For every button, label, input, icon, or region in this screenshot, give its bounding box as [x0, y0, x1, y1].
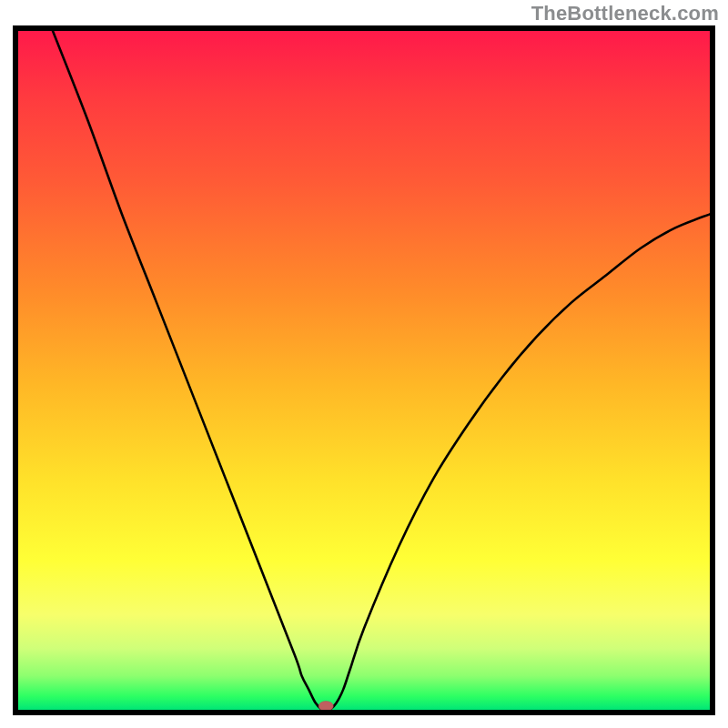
optimum-marker	[318, 702, 333, 711]
watermark-text: TheBottleneck.com	[531, 2, 719, 25]
bottleneck-curve	[53, 31, 710, 710]
chart-stage: TheBottleneck.com	[0, 0, 728, 728]
curve-layer	[18, 31, 710, 710]
plot-area	[13, 25, 715, 715]
